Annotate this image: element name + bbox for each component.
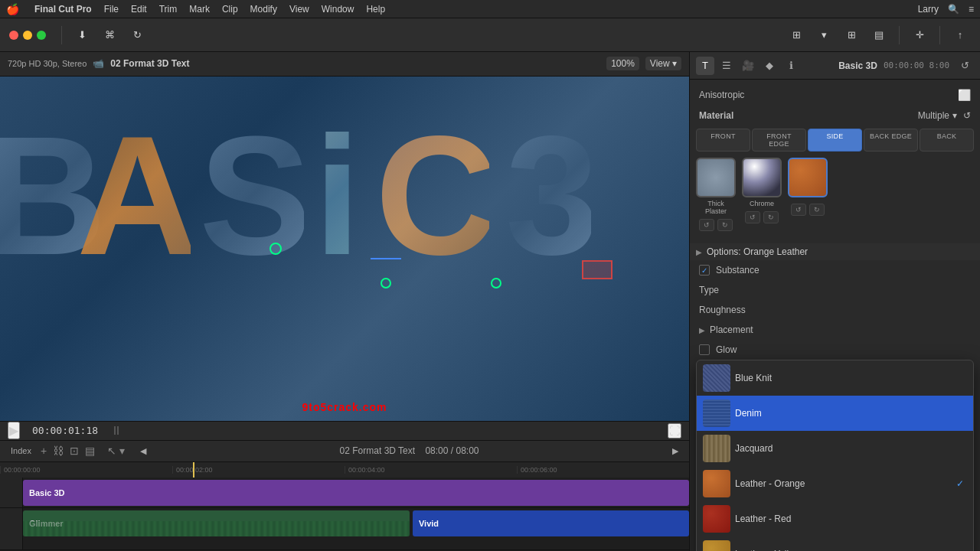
- menu-trim[interactable]: Trim: [159, 4, 178, 15]
- clip-basic3d[interactable]: Basic 3D: [23, 480, 689, 506]
- collapse-btn-anisotropic[interactable]: ⬜: [958, 89, 971, 101]
- text-c: C: [375, 99, 489, 293]
- download-btn[interactable]: ⬇: [71, 24, 93, 46]
- preset-ctrl-left-2[interactable]: ↺: [745, 211, 760, 223]
- apple-menu[interactable]: 🍎: [6, 3, 19, 15]
- menu-edit[interactable]: Edit: [131, 4, 147, 15]
- next-btn[interactable]: ▶: [669, 445, 681, 458]
- control-point-1[interactable]: [270, 243, 282, 255]
- clip-glimmer[interactable]: Glimmer: [23, 510, 410, 536]
- tab-front-edge[interactable]: FRONT EDGE: [752, 129, 806, 152]
- tab-side[interactable]: SIDE: [808, 129, 862, 152]
- view-button[interactable]: View ▾: [645, 57, 681, 70]
- traffic-lights: [9, 31, 46, 40]
- fullscreen-button[interactable]: [37, 31, 46, 40]
- ruler-mark-2: 00:00:04:00: [345, 466, 517, 474]
- options-row[interactable]: ▶ Options: Orange Leather: [690, 243, 980, 260]
- material-label: Material: [699, 110, 733, 121]
- inspector-tab-diamond[interactable]: ◆: [760, 57, 779, 75]
- preset-chrome: Chrome ↺ ↻: [742, 158, 782, 231]
- search-icon[interactable]: 🔍: [948, 4, 959, 15]
- layout-btn-2[interactable]: ▾: [813, 24, 835, 46]
- thumb-denim: [703, 399, 730, 427]
- list-icon[interactable]: ≡: [969, 4, 974, 15]
- zoom-level[interactable]: 100%: [606, 57, 639, 70]
- preset-thumb-orange-leather[interactable]: [788, 158, 828, 197]
- add-track-btn[interactable]: +: [41, 445, 47, 457]
- inspector-tab-info[interactable]: ℹ: [782, 57, 800, 75]
- ruler-mark-1: 00:00:02:00: [172, 466, 345, 474]
- preset-ctrl-left-3[interactable]: ↺: [791, 204, 806, 216]
- menu-file[interactable]: File: [104, 4, 119, 15]
- track-label-basic3d: [0, 478, 23, 507]
- preset-ctrl-right-2[interactable]: ↻: [763, 211, 779, 223]
- options-label: Options: Orange Leather: [707, 246, 808, 257]
- glow-checkbox[interactable]: [699, 344, 710, 355]
- key-btn[interactable]: ⌘: [99, 24, 120, 46]
- tab-back[interactable]: BACK: [920, 129, 974, 152]
- menu-help[interactable]: Help: [366, 4, 385, 15]
- label-denim: Denim: [735, 408, 952, 419]
- substance-checkbox[interactable]: [699, 265, 710, 276]
- control-point-2[interactable]: [381, 278, 391, 289]
- dropdown-item-leather-red[interactable]: Leather - Red: [697, 501, 973, 536]
- transform-btn[interactable]: ✛: [909, 24, 930, 46]
- preset-ctrl-right-3[interactable]: ↻: [809, 204, 825, 216]
- share-btn[interactable]: ↑: [949, 24, 971, 46]
- type-row: Type: [690, 280, 980, 300]
- app-name[interactable]: Final Cut Pro: [34, 4, 92, 15]
- menu-view[interactable]: View: [289, 4, 309, 15]
- timeline-tracks: Basic 3D Glimmer Vivid: [0, 478, 689, 551]
- material-presets: ThickPlaster ↺ ↻ Chrome ↺ ↻: [696, 158, 974, 231]
- timeline-header: Index + ⛓ ⊡ ▤ ↖ ▾ ◀ 02 Format 3D Text 08…: [0, 441, 689, 462]
- dropdown-item-jacquard[interactable]: Jacquard: [697, 431, 973, 466]
- tab-front[interactable]: FRONT: [696, 129, 750, 152]
- grid-btn-2[interactable]: ▤: [868, 24, 890, 46]
- menu-modify[interactable]: Modify: [250, 4, 277, 15]
- menu-mark[interactable]: Mark: [189, 4, 210, 15]
- inspector-reset-btn[interactable]: ↺: [956, 57, 974, 75]
- playhead[interactable]: [193, 462, 194, 478]
- menu-window[interactable]: Window: [322, 4, 354, 15]
- dropdown-item-blue-knit[interactable]: Blue Knit: [697, 360, 973, 396]
- preset-ctrl-right-1[interactable]: ↻: [717, 219, 733, 231]
- preset-controls-3: ↺ ↻: [791, 204, 825, 216]
- play-button[interactable]: ▶: [8, 422, 20, 439]
- text-s: S: [199, 99, 304, 293]
- material-dropdown-arrow[interactable]: ▾: [952, 110, 957, 121]
- preset-thumb-chrome[interactable]: [742, 158, 782, 197]
- tab-back-edge[interactable]: BACK EDGE: [864, 129, 918, 152]
- menu-clip[interactable]: Clip: [222, 4, 238, 15]
- inspector-tab-text[interactable]: T: [696, 57, 714, 75]
- ruler-marks: 00:00:00:00 00:00:02:00 00:00:04:00 00:0…: [0, 466, 689, 474]
- layout-btn-1[interactable]: ⊞: [786, 24, 807, 46]
- index-btn[interactable]: Index: [8, 445, 34, 457]
- refresh-btn[interactable]: ↻: [126, 24, 148, 46]
- inspector-toolbar: T ☰ 🎥 ◆ ℹ Basic 3D 00:00:00 8:00 ↺: [690, 52, 980, 80]
- control-point-3[interactable]: [491, 278, 501, 289]
- fullscreen-toggle[interactable]: ⛶: [668, 423, 681, 439]
- close-button[interactable]: [9, 31, 18, 40]
- resize-btn[interactable]: ⊡: [70, 445, 79, 457]
- prev-btn[interactable]: ◀: [137, 445, 149, 458]
- inspector-tab-camera[interactable]: 🎥: [739, 57, 757, 75]
- dropdown-item-leather-yellow[interactable]: Leather - Yellow: [697, 536, 973, 551]
- link-btn[interactable]: ⛓: [53, 445, 64, 457]
- selection-box: [582, 260, 612, 279]
- minimize-button[interactable]: [23, 31, 32, 40]
- clip-vivid[interactable]: Vivid: [413, 510, 689, 536]
- cursor-btn[interactable]: ↖: [107, 445, 116, 457]
- material-reset-btn[interactable]: ↺: [963, 110, 971, 121]
- cursor-btn-2[interactable]: ▾: [119, 445, 125, 457]
- dropdown-item-denim[interactable]: Denim: [697, 396, 973, 431]
- preset-ctrl-left-1[interactable]: ↺: [699, 219, 714, 231]
- preset-thumb-thick-plaster[interactable]: [696, 158, 736, 197]
- preset-thick-plaster: ThickPlaster ↺ ↻: [696, 158, 736, 231]
- grid-btn[interactable]: ⊞: [841, 24, 862, 46]
- track-basic3d: Basic 3D: [0, 478, 689, 508]
- dropdown-item-leather-orange[interactable]: Leather - Orange ✓: [697, 466, 973, 501]
- inspector-tab-list[interactable]: ☰: [717, 57, 736, 75]
- material-dropdown: Blue Knit Denim Jacquard: [696, 360, 974, 551]
- layout-toggle-btn[interactable]: ▤: [85, 445, 95, 457]
- preset-controls-1: ↺ ↻: [699, 219, 733, 231]
